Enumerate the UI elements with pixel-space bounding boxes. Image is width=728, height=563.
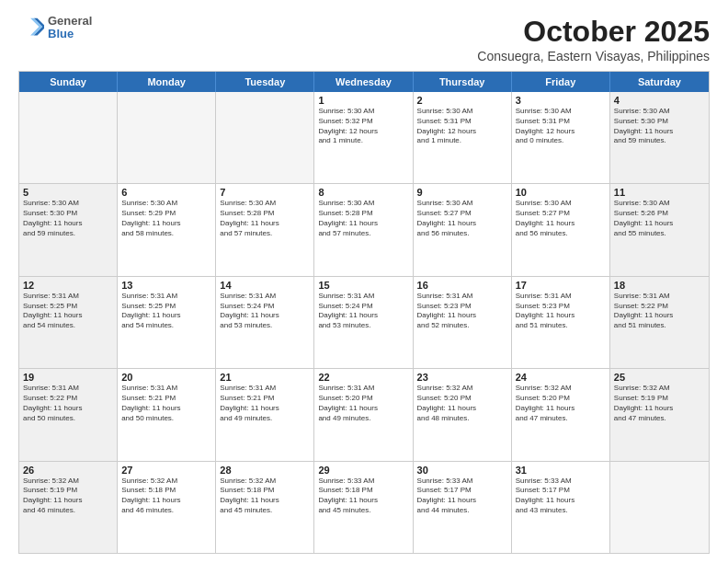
day-info: Sunrise: 5:32 AM Sunset: 5:20 PM Dayligh… xyxy=(417,384,507,423)
calendar-empty-cell xyxy=(118,92,216,183)
day-number: 19 xyxy=(23,372,113,383)
logo: General Blue xyxy=(18,15,92,41)
day-info: Sunrise: 5:31 AM Sunset: 5:20 PM Dayligh… xyxy=(318,384,408,423)
calendar-day-12: 12Sunrise: 5:31 AM Sunset: 5:25 PM Dayli… xyxy=(19,277,118,368)
calendar-week-5: 26Sunrise: 5:32 AM Sunset: 5:19 PM Dayli… xyxy=(19,462,709,553)
day-info: Sunrise: 5:30 AM Sunset: 5:29 PM Dayligh… xyxy=(121,199,211,238)
day-info: Sunrise: 5:32 AM Sunset: 5:19 PM Dayligh… xyxy=(23,477,113,516)
calendar-body: 1Sunrise: 5:30 AM Sunset: 5:32 PM Daylig… xyxy=(19,92,709,553)
calendar-week-4: 19Sunrise: 5:31 AM Sunset: 5:22 PM Dayli… xyxy=(19,369,709,461)
calendar-day-29: 29Sunrise: 5:33 AM Sunset: 5:18 PM Dayli… xyxy=(314,462,413,553)
day-info: Sunrise: 5:30 AM Sunset: 5:27 PM Dayligh… xyxy=(516,199,606,238)
day-info: Sunrise: 5:33 AM Sunset: 5:18 PM Dayligh… xyxy=(318,477,408,516)
day-number: 14 xyxy=(220,280,310,291)
header-day-monday: Monday xyxy=(118,72,216,92)
day-info: Sunrise: 5:32 AM Sunset: 5:18 PM Dayligh… xyxy=(220,477,310,516)
day-number: 12 xyxy=(23,280,113,291)
title-block: October 2025 Consuegra, Eastern Visayas,… xyxy=(477,15,710,63)
calendar-day-4: 4Sunrise: 5:30 AM Sunset: 5:30 PM Daylig… xyxy=(610,92,709,183)
calendar-day-19: 19Sunrise: 5:31 AM Sunset: 5:22 PM Dayli… xyxy=(19,369,118,460)
day-info: Sunrise: 5:30 AM Sunset: 5:30 PM Dayligh… xyxy=(614,107,705,146)
day-number: 26 xyxy=(23,465,113,476)
calendar-empty-cell xyxy=(610,462,709,553)
calendar-day-8: 8Sunrise: 5:30 AM Sunset: 5:28 PM Daylig… xyxy=(314,184,413,275)
day-number: 30 xyxy=(417,465,507,476)
day-number: 15 xyxy=(318,280,408,291)
logo-text: General Blue xyxy=(48,15,92,41)
day-info: Sunrise: 5:31 AM Sunset: 5:21 PM Dayligh… xyxy=(220,384,310,423)
calendar-day-22: 22Sunrise: 5:31 AM Sunset: 5:20 PM Dayli… xyxy=(314,369,413,460)
day-number: 7 xyxy=(220,187,310,198)
day-number: 4 xyxy=(614,95,705,106)
day-info: Sunrise: 5:30 AM Sunset: 5:31 PM Dayligh… xyxy=(516,107,606,146)
calendar-day-26: 26Sunrise: 5:32 AM Sunset: 5:19 PM Dayli… xyxy=(19,462,118,553)
calendar-day-24: 24Sunrise: 5:32 AM Sunset: 5:20 PM Dayli… xyxy=(512,369,610,460)
day-number: 23 xyxy=(417,372,507,383)
calendar-day-7: 7Sunrise: 5:30 AM Sunset: 5:28 PM Daylig… xyxy=(216,184,314,275)
day-info: Sunrise: 5:30 AM Sunset: 5:30 PM Dayligh… xyxy=(23,199,113,238)
day-info: Sunrise: 5:33 AM Sunset: 5:17 PM Dayligh… xyxy=(516,477,606,516)
header-day-friday: Friday xyxy=(512,72,610,92)
logo-icon xyxy=(18,15,44,40)
calendar-header: SundayMondayTuesdayWednesdayThursdayFrid… xyxy=(19,72,709,92)
day-info: Sunrise: 5:30 AM Sunset: 5:28 PM Dayligh… xyxy=(318,199,408,238)
day-info: Sunrise: 5:32 AM Sunset: 5:18 PM Dayligh… xyxy=(121,477,211,516)
day-number: 8 xyxy=(318,187,408,198)
day-number: 16 xyxy=(417,280,507,291)
calendar-day-23: 23Sunrise: 5:32 AM Sunset: 5:20 PM Dayli… xyxy=(414,369,512,460)
header-day-tuesday: Tuesday xyxy=(216,72,314,92)
day-number: 21 xyxy=(220,372,310,383)
calendar-day-11: 11Sunrise: 5:30 AM Sunset: 5:26 PM Dayli… xyxy=(610,184,709,275)
day-info: Sunrise: 5:32 AM Sunset: 5:20 PM Dayligh… xyxy=(516,384,606,423)
day-info: Sunrise: 5:31 AM Sunset: 5:24 PM Dayligh… xyxy=(318,292,408,331)
day-info: Sunrise: 5:33 AM Sunset: 5:17 PM Dayligh… xyxy=(417,477,507,516)
day-info: Sunrise: 5:31 AM Sunset: 5:23 PM Dayligh… xyxy=(516,292,606,331)
calendar-day-27: 27Sunrise: 5:32 AM Sunset: 5:18 PM Dayli… xyxy=(118,462,216,553)
calendar-day-21: 21Sunrise: 5:31 AM Sunset: 5:21 PM Dayli… xyxy=(216,369,314,460)
calendar-day-10: 10Sunrise: 5:30 AM Sunset: 5:27 PM Dayli… xyxy=(512,184,610,275)
calendar-day-6: 6Sunrise: 5:30 AM Sunset: 5:29 PM Daylig… xyxy=(118,184,216,275)
day-number: 22 xyxy=(318,372,408,383)
header-day-saturday: Saturday xyxy=(610,72,709,92)
day-number: 9 xyxy=(417,187,507,198)
calendar-day-3: 3Sunrise: 5:30 AM Sunset: 5:31 PM Daylig… xyxy=(512,92,610,183)
day-info: Sunrise: 5:30 AM Sunset: 5:32 PM Dayligh… xyxy=(318,107,408,146)
day-info: Sunrise: 5:30 AM Sunset: 5:27 PM Dayligh… xyxy=(417,199,507,238)
calendar-week-2: 5Sunrise: 5:30 AM Sunset: 5:30 PM Daylig… xyxy=(19,184,709,276)
day-number: 20 xyxy=(121,372,211,383)
day-number: 10 xyxy=(516,187,606,198)
svg-marker-1 xyxy=(30,18,42,36)
day-info: Sunrise: 5:31 AM Sunset: 5:22 PM Dayligh… xyxy=(23,384,113,423)
day-number: 1 xyxy=(318,95,408,106)
calendar-day-1: 1Sunrise: 5:30 AM Sunset: 5:32 PM Daylig… xyxy=(314,92,413,183)
day-info: Sunrise: 5:31 AM Sunset: 5:22 PM Dayligh… xyxy=(614,292,705,331)
calendar-day-28: 28Sunrise: 5:32 AM Sunset: 5:18 PM Dayli… xyxy=(216,462,314,553)
day-info: Sunrise: 5:30 AM Sunset: 5:28 PM Dayligh… xyxy=(220,199,310,238)
header-day-sunday: Sunday xyxy=(19,72,118,92)
calendar-week-3: 12Sunrise: 5:31 AM Sunset: 5:25 PM Dayli… xyxy=(19,277,709,369)
location-subtitle: Consuegra, Eastern Visayas, Philippines xyxy=(477,49,710,63)
logo-line2: Blue xyxy=(48,28,92,40)
page: General Blue October 2025 Consuegra, Eas… xyxy=(0,0,728,563)
calendar-day-9: 9Sunrise: 5:30 AM Sunset: 5:27 PM Daylig… xyxy=(414,184,512,275)
day-number: 24 xyxy=(516,372,606,383)
calendar-day-14: 14Sunrise: 5:31 AM Sunset: 5:24 PM Dayli… xyxy=(216,277,314,368)
calendar-day-2: 2Sunrise: 5:30 AM Sunset: 5:31 PM Daylig… xyxy=(414,92,512,183)
day-info: Sunrise: 5:32 AM Sunset: 5:19 PM Dayligh… xyxy=(614,384,705,423)
day-info: Sunrise: 5:30 AM Sunset: 5:26 PM Dayligh… xyxy=(614,199,705,238)
calendar-day-17: 17Sunrise: 5:31 AM Sunset: 5:23 PM Dayli… xyxy=(512,277,610,368)
month-title: October 2025 xyxy=(477,15,710,49)
calendar-day-13: 13Sunrise: 5:31 AM Sunset: 5:25 PM Dayli… xyxy=(118,277,216,368)
day-number: 6 xyxy=(121,187,211,198)
calendar-day-31: 31Sunrise: 5:33 AM Sunset: 5:17 PM Dayli… xyxy=(512,462,610,553)
day-number: 3 xyxy=(516,95,606,106)
calendar-week-1: 1Sunrise: 5:30 AM Sunset: 5:32 PM Daylig… xyxy=(19,92,709,184)
calendar-day-25: 25Sunrise: 5:32 AM Sunset: 5:19 PM Dayli… xyxy=(610,369,709,460)
header-day-thursday: Thursday xyxy=(414,72,512,92)
header-day-wednesday: Wednesday xyxy=(314,72,413,92)
calendar-day-15: 15Sunrise: 5:31 AM Sunset: 5:24 PM Dayli… xyxy=(314,277,413,368)
day-info: Sunrise: 5:31 AM Sunset: 5:25 PM Dayligh… xyxy=(121,292,211,331)
day-number: 13 xyxy=(121,280,211,291)
day-number: 18 xyxy=(614,280,705,291)
day-info: Sunrise: 5:31 AM Sunset: 5:24 PM Dayligh… xyxy=(220,292,310,331)
